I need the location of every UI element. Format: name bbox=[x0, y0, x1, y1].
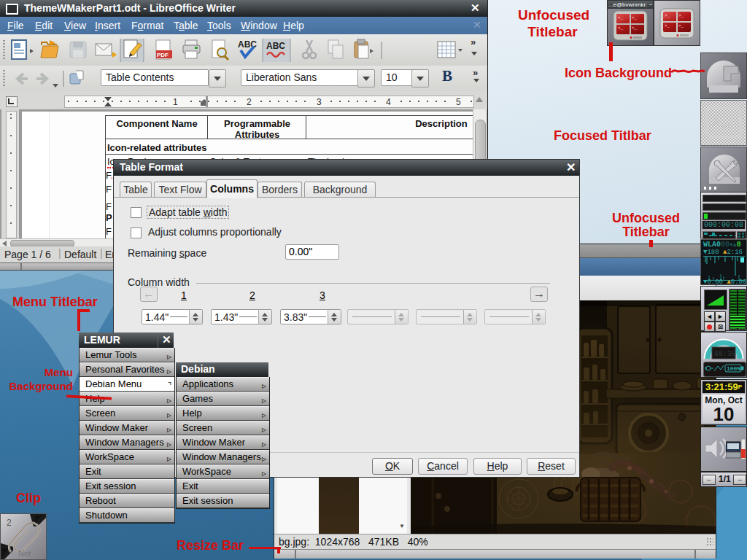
svg-text:2: 2 bbox=[7, 518, 12, 528]
svg-text:>_: >_ bbox=[632, 26, 638, 31]
svg-text:88:38: 88:38 bbox=[714, 350, 736, 358]
svg-text:>_: >_ bbox=[665, 23, 670, 28]
svg-text:>_: >_ bbox=[678, 13, 684, 18]
svg-text:>_: >_ bbox=[618, 26, 624, 31]
svg-text:3: 3 bbox=[317, 97, 322, 107]
svg-text:4: 4 bbox=[386, 97, 391, 107]
svg-text:1: 1 bbox=[173, 97, 178, 107]
svg-text:100%: 100% bbox=[727, 365, 740, 372]
svg-text:Net: Net bbox=[18, 549, 31, 558]
svg-text:>_: >_ bbox=[632, 15, 638, 20]
svg-text:>_: >_ bbox=[665, 13, 670, 18]
svg-text:2: 2 bbox=[247, 97, 252, 107]
svg-text:>_: >_ bbox=[618, 15, 624, 20]
svg-text:5: 5 bbox=[456, 97, 461, 107]
svg-text:ABC: ABC bbox=[266, 41, 285, 51]
svg-text:PDF: PDF bbox=[157, 52, 169, 58]
svg-text:>_: >_ bbox=[678, 23, 684, 28]
